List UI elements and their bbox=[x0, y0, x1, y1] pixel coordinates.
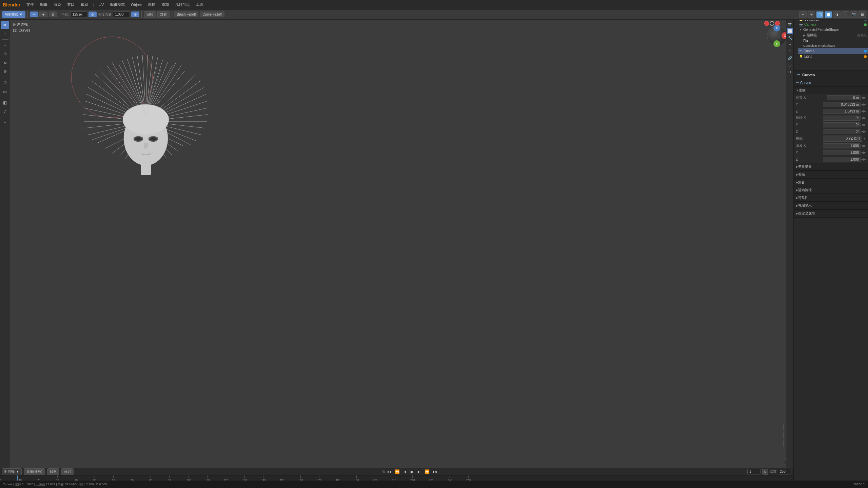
size-label: 半径: bbox=[61, 12, 69, 17]
scale-z-row: Z 1.000 ◀▶ bbox=[794, 156, 868, 163]
transform-header[interactable]: ▼ 变换 bbox=[794, 87, 868, 94]
tool-draw[interactable]: ✏ bbox=[1, 21, 9, 29]
tool-transform[interactable]: ⌖ bbox=[1, 119, 9, 127]
outliner-item-camera[interactable]: 📷 Camera bbox=[798, 22, 868, 27]
rotate-btn[interactable]: 回转 bbox=[144, 11, 156, 18]
brush-size-input[interactable] bbox=[70, 12, 87, 17]
outliner-item-hidden[interactable]: ▶ 隐藏组 隐藏组 bbox=[802, 32, 868, 38]
custom-props-section: ▶ 自定义属性 bbox=[794, 210, 868, 218]
delta-header[interactable]: ▶ 变换增量 bbox=[794, 163, 868, 170]
viewport-display-header[interactable]: ▶ 视图显示 bbox=[794, 202, 868, 209]
relations-header[interactable]: ▶ 关系 bbox=[794, 171, 868, 178]
timeline-submode-0[interactable]: 摄像(播放) bbox=[24, 468, 45, 475]
play-btn[interactable]: ▶ bbox=[409, 469, 415, 475]
menu-select[interactable]: 选择 bbox=[145, 1, 158, 8]
transform-delta-section: ▶ 变换增量 bbox=[794, 163, 868, 171]
menu-uv[interactable]: UV bbox=[96, 2, 106, 7]
constraints-icon[interactable]: 🔗 bbox=[787, 55, 793, 61]
tool-select[interactable]: ⊹ bbox=[1, 30, 9, 38]
left-tool-panel: ✏ ⊹ ↔ ⊕ ≋ ⊖ ⊙ ▭ ◧ ╱ ⌖ bbox=[0, 20, 10, 468]
app-logo: Blender bbox=[3, 2, 20, 7]
skip-end-btn[interactable]: ⏭ bbox=[432, 469, 438, 475]
overlay-toggle[interactable]: ☉ bbox=[808, 11, 815, 18]
strength-input[interactable] bbox=[113, 12, 130, 17]
skip-start-btn[interactable]: ⏮ bbox=[386, 469, 393, 475]
viewport-mode-label: 用户透视 bbox=[13, 22, 30, 27]
tool-push[interactable]: ⊕ bbox=[1, 50, 9, 58]
render-btn[interactable]: ▦ bbox=[859, 11, 866, 18]
rot-y-row: Y 0° ◀▶ bbox=[794, 121, 868, 128]
tool-flatten[interactable]: ▭ bbox=[1, 87, 9, 96]
material-mode[interactable]: ◑ bbox=[833, 11, 841, 18]
object-props-icon[interactable]: ⬜ bbox=[787, 28, 793, 34]
step-back-btn[interactable]: ⏴ bbox=[402, 469, 409, 475]
tool-icon-0[interactable]: ✏ bbox=[30, 12, 38, 17]
main-viewport[interactable]: 用户透视 (1) Curves bbox=[10, 20, 793, 468]
menu-tools[interactable]: 工具 bbox=[193, 1, 206, 8]
material-icon[interactable]: ◑ bbox=[787, 68, 793, 75]
tool-pinch[interactable]: ⊖ bbox=[1, 67, 9, 76]
step-fwd-btn[interactable]: ⏵ bbox=[416, 469, 422, 475]
current-frame-input[interactable] bbox=[747, 469, 761, 474]
outliner-item-light[interactable]: 💡 Light bbox=[798, 54, 868, 59]
outliner-item-genesis[interactable]: ▼ Genesis3FemaleShape bbox=[798, 27, 868, 32]
modifier-props-icon[interactable]: 🔧 bbox=[787, 35, 793, 41]
tool-smooth[interactable]: ≋ bbox=[1, 59, 9, 67]
menu-editmode[interactable]: 编辑模式 bbox=[107, 1, 127, 8]
data-icon[interactable]: ◫ bbox=[787, 62, 793, 68]
tool-line-project[interactable]: ╱ bbox=[1, 107, 9, 116]
brush-falloff-btn[interactable]: Brush Falloff bbox=[174, 12, 198, 17]
status-dot-empty bbox=[770, 21, 774, 26]
motion-path-header[interactable]: ▶ 运动路径 bbox=[794, 186, 868, 194]
gizmo-toggle[interactable]: ⌖ bbox=[799, 11, 807, 18]
outliner-item-curves[interactable]: 〜 Curves bbox=[798, 48, 868, 54]
strength-icon[interactable]: ⊙ bbox=[131, 12, 139, 17]
size-icon[interactable]: ⊙ bbox=[88, 12, 97, 17]
gizmo-z-axis[interactable]: Z bbox=[773, 25, 780, 32]
render-props-icon[interactable]: 📷 bbox=[787, 21, 793, 27]
menu-render[interactable]: 渲染 bbox=[51, 1, 64, 8]
xray-toggle[interactable]: ◫ bbox=[816, 11, 824, 18]
symmetry-btn[interactable]: 对称 bbox=[157, 11, 170, 18]
strength-label: 强度力量 bbox=[98, 12, 112, 17]
timeline-header: 时间轴 ▼ 摄像(播放) 帧率 标记 ⏮ ⏪ ⏴ ▶ ⏵ ⏩ ⏭ ⊙ 结束 bbox=[0, 468, 793, 475]
svg-point-60 bbox=[150, 137, 157, 141]
collections-header[interactable]: ▶ 集合 bbox=[794, 179, 868, 186]
tool-grab[interactable]: ↔ bbox=[1, 41, 9, 49]
prev-key-btn[interactable]: ⏪ bbox=[393, 469, 401, 475]
menu-edit[interactable]: 编辑 bbox=[37, 1, 50, 8]
gizmo-sphere[interactable]: X Y Z bbox=[767, 26, 787, 46]
mode-selector[interactable]: 雕刻模式 ▼ bbox=[2, 11, 25, 18]
custom-props-header[interactable]: ▶ 自定义属性 bbox=[794, 210, 868, 217]
outliner-item-genesis2[interactable]: Genesis3FemaleShape bbox=[802, 43, 868, 48]
next-key-btn[interactable]: ⏩ bbox=[423, 469, 431, 475]
hair-model-svg bbox=[78, 54, 214, 216]
visibility-header[interactable]: ▶ 可见性 bbox=[794, 194, 868, 202]
menu-file[interactable]: 文件 bbox=[24, 1, 37, 8]
menu-help[interactable]: 帮助 bbox=[78, 1, 91, 8]
menu-geonodes[interactable]: 几何节点 bbox=[172, 1, 193, 8]
particles-icon[interactable]: ✦ bbox=[787, 41, 793, 47]
physics-icon[interactable]: 〜 bbox=[787, 48, 793, 54]
timeline-submode-2[interactable]: 标记 bbox=[61, 468, 74, 475]
menu-add[interactable]: 添加 bbox=[159, 1, 172, 8]
camera-btn[interactable]: 📷 bbox=[850, 11, 857, 18]
tool-icon-2[interactable]: ⊕ bbox=[49, 12, 57, 17]
relations-section: ▶ 关系 bbox=[794, 171, 868, 179]
motion-path-section: ▶ 运动路径 bbox=[794, 186, 868, 194]
curve-falloff-btn[interactable]: Curve Falloff bbox=[200, 12, 224, 17]
tool-mask[interactable]: ◧ bbox=[1, 99, 9, 107]
tool-icon-1[interactable]: ◈ bbox=[39, 12, 47, 17]
gizmo-y-axis[interactable]: Y bbox=[773, 40, 780, 47]
right-panel: Scene ViewLayer 🔍 ▽ ⚙ 场景集合 ▽ 🔍 ▼ 📁 Colle… bbox=[793, 0, 868, 488]
solid-mode[interactable]: ⬤ bbox=[825, 11, 832, 18]
menu-window[interactable]: 窗口 bbox=[64, 1, 77, 8]
render-mode[interactable]: ○ bbox=[842, 11, 849, 18]
timeline-submode-1[interactable]: 帧率 bbox=[47, 468, 59, 475]
outliner-item-fla[interactable]: Fla bbox=[802, 38, 868, 43]
timeline-mode-btn[interactable]: 时间轴 ▼ bbox=[2, 468, 22, 475]
loop-indicator bbox=[382, 470, 385, 473]
tool-inflate[interactable]: ⊙ bbox=[1, 79, 9, 87]
menu-object[interactable]: Object bbox=[128, 2, 144, 7]
end-frame-input[interactable] bbox=[778, 469, 791, 474]
